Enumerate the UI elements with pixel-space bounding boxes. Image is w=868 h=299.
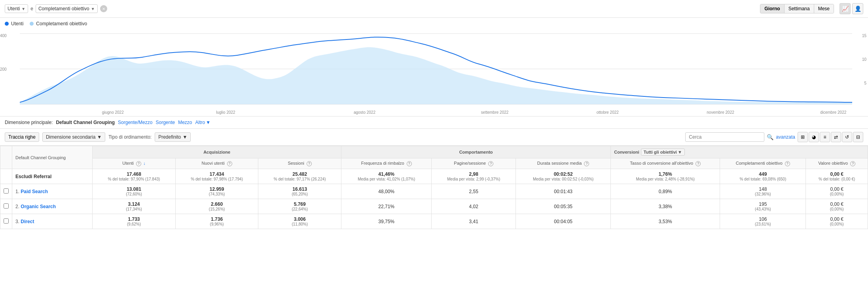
row3-completamenti: 106 (23,61%) bbox=[720, 214, 806, 229]
row1-link[interactable]: Paid Search bbox=[21, 189, 48, 194]
x-label-agosto: agosto 2022 bbox=[354, 110, 375, 115]
row3-link[interactable]: Direct bbox=[21, 219, 34, 224]
row3-utenti: 1.733 (9,62%) bbox=[93, 214, 176, 229]
chart-svg bbox=[20, 30, 852, 108]
table-row: 1. Paid Search 13.081 (72,60%) 12.959 (7… bbox=[0, 184, 868, 199]
col-checkbox bbox=[0, 146, 12, 169]
utenti-dot bbox=[5, 22, 9, 26]
objectives-dropdown[interactable]: Tutti gli obiettivi ▼ bbox=[641, 149, 685, 156]
metric1-chevron: ▼ bbox=[21, 7, 25, 11]
x-label-novembre: novembre 2022 bbox=[707, 110, 734, 115]
frequenza-help[interactable]: ? bbox=[407, 161, 412, 166]
x-label-dicembre: dicembre 2022 bbox=[820, 110, 846, 115]
row3-sessioni: 3.006 (11,80%) bbox=[258, 214, 341, 229]
row3-dimension: 3. Direct bbox=[12, 214, 93, 229]
view-list-btn[interactable]: ≡ bbox=[820, 132, 830, 142]
row2-utenti: 3.124 (17,34%) bbox=[93, 199, 176, 214]
x-label-ottobre: ottobre 2022 bbox=[597, 110, 619, 115]
row3-nuovi-utenti: 1.736 (9,96%) bbox=[175, 214, 258, 229]
period-settimana[interactable]: Settimana bbox=[785, 4, 814, 13]
col-group-acquisition: Acquisizione bbox=[93, 146, 341, 158]
view-table-btn[interactable]: ⊟ bbox=[853, 132, 863, 142]
clear-button[interactable]: ✕ bbox=[100, 5, 107, 12]
row2-tasso: 3,38% bbox=[611, 199, 720, 214]
metric2-chevron: ▼ bbox=[91, 7, 95, 11]
summary-label: Escludi Referral bbox=[12, 169, 93, 184]
sort-dropdown[interactable]: Predefinito ▼ bbox=[155, 132, 191, 142]
chart-area: 400 200 giugno 2022 luglio 2022 agosto 2… bbox=[0, 30, 868, 117]
row3-valore: 0,00 € (0,00%) bbox=[806, 214, 868, 229]
col-utenti: Utenti ? ↓ bbox=[93, 158, 176, 169]
avanzata-link[interactable]: avanzata bbox=[776, 134, 795, 140]
row1-dimension: 1. Paid Search bbox=[12, 184, 93, 199]
sort-chevron: ▼ bbox=[183, 134, 188, 140]
summary-frequenza: 41,46% Media per vista: 41,02% (1,07%) bbox=[341, 169, 432, 184]
summary-sessioni: 25.482 % del totale: 97,17% (26.224) bbox=[258, 169, 341, 184]
row3-tasso: 3,53% bbox=[611, 214, 720, 229]
row2-sessioni: 5.769 (22,64%) bbox=[258, 199, 341, 214]
line-chart-btn[interactable]: 📈 bbox=[840, 3, 851, 14]
summary-completamenti: 449 % del totale: 69,08% (650) bbox=[720, 169, 806, 184]
pagine-help[interactable]: ? bbox=[488, 161, 493, 166]
x-label-luglio: luglio 2022 bbox=[216, 110, 235, 115]
row3-checkbox-cell bbox=[0, 214, 12, 229]
table-row: 3. Direct 1.733 (9,62%) 1.736 (9,96%) 3.… bbox=[0, 214, 868, 229]
period-buttons: Giorno Settimana Mese bbox=[760, 4, 834, 13]
legend-utenti-label: Utenti bbox=[11, 21, 23, 26]
row2-checkbox[interactable] bbox=[4, 203, 9, 209]
dimension-label: Dimensione principale: bbox=[5, 120, 53, 125]
y-right-15: 15 bbox=[862, 34, 866, 38]
row1-completamenti: 148 (32,96%) bbox=[720, 184, 806, 199]
metric2-dropdown[interactable]: Completamenti obiettivo ▼ bbox=[36, 4, 98, 13]
view-reload-btn[interactable]: ↺ bbox=[842, 132, 852, 142]
summary-checkbox-cell bbox=[0, 169, 12, 184]
row2-checkbox-cell bbox=[0, 199, 12, 214]
col-dimension: Default Channel Grouping bbox=[12, 146, 93, 169]
row1-utenti: 13.081 (72,60%) bbox=[93, 184, 176, 199]
row1-checkbox-cell bbox=[0, 184, 12, 199]
col-group-conversions: Conversioni Tutti gli obiettivi ▼ bbox=[611, 146, 868, 158]
chart-legend: Utenti Completamenti obiettivo bbox=[0, 18, 868, 30]
top-bar: Utenti ▼ e Completamenti obiettivo ▼ ✕ G… bbox=[0, 0, 868, 18]
search-input[interactable] bbox=[685, 132, 764, 142]
durata-help[interactable]: ? bbox=[584, 161, 589, 166]
completamenti-help[interactable]: ? bbox=[785, 161, 790, 166]
utenti-help[interactable]: ? bbox=[136, 161, 141, 166]
row2-valore: 0,00 € (0,00%) bbox=[806, 199, 868, 214]
tasso-help[interactable]: ? bbox=[696, 161, 701, 166]
dim-link-mezzo[interactable]: Mezzo bbox=[178, 120, 192, 125]
nuovi-utenti-help[interactable]: ? bbox=[227, 161, 232, 166]
row2-link[interactable]: Organic Search bbox=[21, 204, 56, 209]
view-pie-btn[interactable]: ◕ bbox=[809, 132, 819, 142]
sessioni-help[interactable]: ? bbox=[307, 161, 312, 166]
period-giorno[interactable]: Giorno bbox=[760, 4, 784, 13]
track-rows-btn[interactable]: Traccia righe bbox=[5, 132, 39, 142]
view-compare-btn[interactable]: ⇄ bbox=[831, 132, 841, 142]
metric1-dropdown[interactable]: Utenti ▼ bbox=[5, 4, 28, 13]
secondary-dim-dropdown[interactable]: Dimensione secondaria ▼ bbox=[42, 132, 105, 142]
summary-nuovi-utenti: 17.434 % del totale: 97,98% (17.794) bbox=[175, 169, 258, 184]
dim-other-dropdown[interactable]: Altro ▼ bbox=[195, 120, 211, 125]
row1-checkbox[interactable] bbox=[4, 188, 9, 194]
col-group-behavior: Comportamento bbox=[341, 146, 611, 158]
row3-checkbox[interactable] bbox=[4, 218, 9, 224]
view-grid-btn[interactable]: ⊞ bbox=[798, 132, 808, 142]
col-completamenti: Completamenti obiettivo ? bbox=[720, 158, 806, 169]
dim-link-sorgente-mezzo[interactable]: Sorgente/Mezzo bbox=[118, 120, 152, 125]
row2-pagine: 4,02 bbox=[432, 199, 516, 214]
user-chart-btn[interactable]: 👤 bbox=[852, 3, 863, 14]
row1-tasso: 0,89% bbox=[611, 184, 720, 199]
completamenti-dot bbox=[30, 22, 34, 26]
summary-row: Escludi Referral 17.468 % del totale: 97… bbox=[0, 169, 868, 184]
legend-completamenti: Completamenti obiettivo bbox=[30, 21, 87, 26]
objectives-chevron: ▼ bbox=[678, 150, 682, 154]
period-mese[interactable]: Mese bbox=[814, 4, 834, 13]
col-nuovi-utenti: Nuovi utenti ? bbox=[175, 158, 258, 169]
y-right-10: 10 bbox=[862, 57, 866, 62]
dim-link-sorgente[interactable]: Sorgente bbox=[155, 120, 175, 125]
row1-valore: 0,00 € (0,00%) bbox=[806, 184, 868, 199]
utenti-sort[interactable]: ↓ bbox=[143, 161, 146, 165]
row1-pagine: 2,55 bbox=[432, 184, 516, 199]
valore-help[interactable]: ? bbox=[850, 161, 855, 166]
metric2-label: Completamenti obiettivo bbox=[38, 6, 89, 11]
